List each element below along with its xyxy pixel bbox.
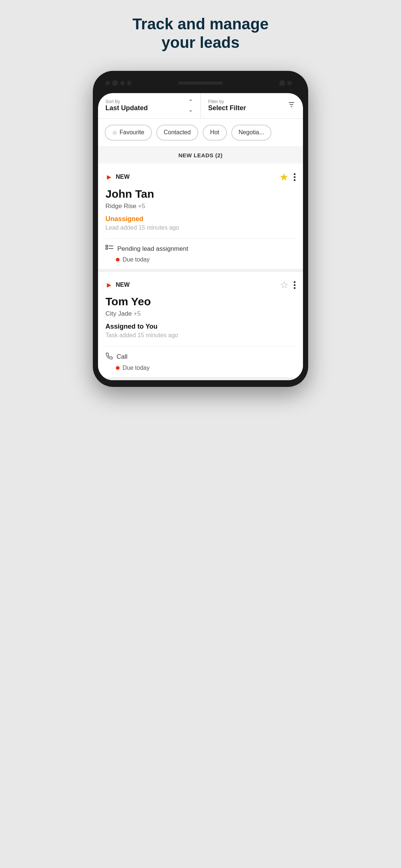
- lead-2-assignment: Assigned to You: [105, 323, 296, 331]
- lead-2-more-button[interactable]: [294, 281, 296, 289]
- lead-2-due-row: Due today: [105, 365, 296, 371]
- lead-2-task-row: Call: [105, 352, 296, 362]
- page-title: Track and manage your leads: [133, 15, 269, 52]
- lead-1-task-row: Pending lead assignment: [105, 245, 296, 253]
- chip-negotiate-label: Negotia...: [239, 129, 264, 136]
- lead-1-actions: ★: [279, 171, 296, 183]
- camera-dot-2: [112, 80, 118, 86]
- lead-1-more-button[interactable]: [294, 173, 296, 181]
- sort-by-label: Sort By: [105, 99, 148, 104]
- lead-2-task-text: Call: [117, 353, 127, 361]
- lead-card-2-top: ► NEW ☆: [105, 279, 296, 291]
- filter-by-label: Filter by: [208, 99, 246, 104]
- lead-1-favourite-button[interactable]: ★: [279, 171, 288, 183]
- badge-arrow-icon-1: ►: [105, 173, 113, 181]
- camera-dot-1: [105, 81, 110, 85]
- filter-value: Select Filter: [208, 104, 246, 112]
- lead-card-1[interactable]: ► NEW ★ John Tan Ridge Rise +5 Unassigne…: [98, 164, 303, 272]
- lead-2-badge-text: NEW: [116, 282, 130, 288]
- lead-1-task: Pending lead assignment Due today: [105, 239, 296, 269]
- section-header: NEW LEADS (2): [98, 147, 303, 164]
- camera-dot-3: [120, 81, 125, 85]
- phone-camera-left: [105, 80, 131, 86]
- lead-1-project-extra: +5: [138, 203, 145, 210]
- phone-mockup: Sort By Last Updated ⌃ ⌄ Filter by Selec…: [93, 71, 308, 387]
- lead-2-project-extra: +5: [134, 310, 141, 317]
- chip-contacted[interactable]: Contacted: [156, 125, 198, 141]
- lead-1-assignment: Unassigned: [105, 215, 296, 223]
- front-camera: [279, 80, 285, 86]
- filter-section[interactable]: Filter by Select Filter: [201, 93, 303, 118]
- lead-card-2[interactable]: ► NEW ☆ Tom Yeo City Jade +5 Assigned to…: [98, 272, 303, 380]
- lead-2-badge: ► NEW: [105, 281, 130, 289]
- camera-dot-4: [127, 81, 131, 85]
- lead-2-name: Tom Yeo: [105, 295, 296, 308]
- sort-value: Last Updated: [105, 104, 148, 112]
- filter-icon[interactable]: [287, 101, 296, 111]
- svg-rect-5: [106, 248, 108, 249]
- lead-1-time: Lead added 15 minutes ago: [105, 224, 296, 231]
- lead-1-due-row: Due today: [105, 256, 296, 263]
- chip-favourite-label: Favourite: [120, 129, 144, 136]
- sort-filter-bar: Sort By Last Updated ⌃ ⌄ Filter by Selec…: [98, 93, 303, 119]
- svg-rect-3: [106, 245, 108, 247]
- lead-1-badge: ► NEW: [105, 173, 130, 181]
- call-phone-icon: [105, 352, 113, 362]
- lead-1-badge-text: NEW: [116, 174, 130, 180]
- chip-contacted-label: Contacted: [164, 129, 191, 136]
- lead-2-actions: ☆: [280, 279, 296, 291]
- lead-card-1-top: ► NEW ★: [105, 171, 296, 183]
- chip-favourite[interactable]: ☆ Favourite: [105, 125, 152, 141]
- task-list-icon: [105, 245, 114, 253]
- phone-speaker: [178, 82, 223, 85]
- badge-arrow-icon-2: ►: [105, 281, 113, 289]
- lead-2-time: Task added 15 minutes ago: [105, 332, 296, 339]
- lead-2-project: City Jade +5: [105, 310, 296, 318]
- filter-label-group: Filter by Select Filter: [208, 99, 246, 112]
- sensor-dot: [287, 81, 292, 85]
- lead-1-task-text: Pending lead assignment: [117, 245, 188, 253]
- lead-1-name: John Tan: [105, 188, 296, 200]
- sort-arrows-icon[interactable]: ⌃ ⌄: [188, 98, 193, 113]
- sort-section[interactable]: Sort By Last Updated ⌃ ⌄: [98, 93, 201, 118]
- lead-2-due-text: Due today: [123, 365, 150, 371]
- sort-label-group: Sort By Last Updated: [105, 99, 148, 112]
- due-dot-1: [116, 258, 120, 262]
- phone-camera-right: [279, 80, 292, 86]
- due-dot-2: [116, 366, 120, 370]
- lead-2-favourite-button[interactable]: ☆: [280, 279, 288, 291]
- lead-2-task: Call Due today: [105, 346, 296, 377]
- phone-top-bar: [98, 78, 303, 89]
- chip-hot[interactable]: Hot: [203, 125, 227, 141]
- chip-hot-label: Hot: [210, 129, 219, 136]
- favourite-star-icon: ☆: [112, 129, 117, 136]
- lead-1-project: Ridge Rise +5: [105, 203, 296, 210]
- phone-screen: Sort By Last Updated ⌃ ⌄ Filter by Selec…: [98, 93, 303, 380]
- chip-negotiate[interactable]: Negotia...: [231, 125, 271, 141]
- chips-row: ☆ Favourite Contacted Hot Negotia...: [98, 119, 303, 147]
- lead-1-due-text: Due today: [123, 256, 150, 263]
